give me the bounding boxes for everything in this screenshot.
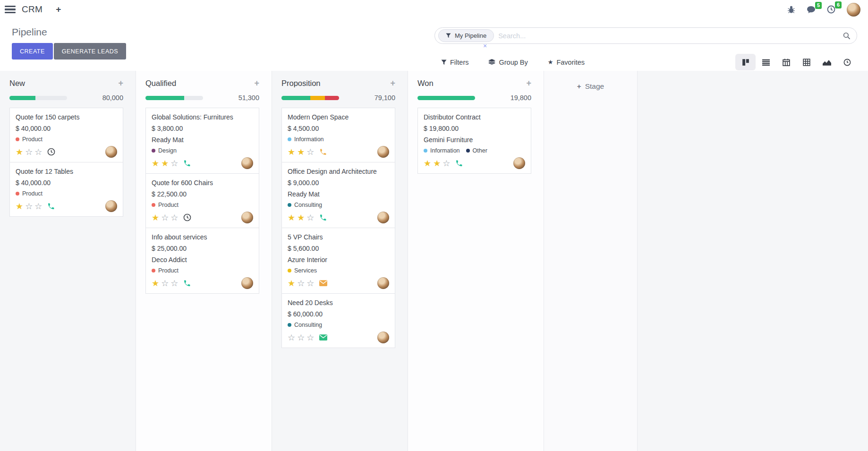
progress-segment[interactable]: [310, 96, 325, 100]
star-filled-icon[interactable]: ★: [288, 279, 295, 288]
star-filled-icon[interactable]: ★: [16, 148, 23, 156]
favorites-button[interactable]: ★ Favorites: [548, 59, 585, 66]
messages-button[interactable]: 5: [807, 6, 816, 14]
star-empty-icon[interactable]: ☆: [297, 279, 305, 288]
kanban-card[interactable]: Quote for 12 Tables $ 40,000.00 Product …: [9, 162, 123, 217]
progress-segment[interactable]: [281, 96, 310, 100]
search-bar[interactable]: My Pipeline: [434, 27, 857, 44]
star-filled-icon[interactable]: ★: [288, 213, 295, 222]
view-kanban-button[interactable]: [735, 54, 756, 70]
envelope-activity-icon[interactable]: [319, 280, 327, 286]
star-empty-icon[interactable]: ☆: [170, 213, 178, 222]
view-pivot-button[interactable]: [796, 54, 817, 70]
star-empty-icon[interactable]: ☆: [34, 148, 42, 156]
salesperson-avatar[interactable]: [241, 277, 253, 289]
star-empty-icon[interactable]: ☆: [306, 333, 314, 342]
phone-activity-icon[interactable]: [47, 203, 55, 210]
view-calendar-button[interactable]: [776, 54, 796, 70]
column-progress-bar[interactable]: [9, 96, 67, 100]
add-record-icon[interactable]: +: [390, 79, 395, 87]
kanban-card[interactable]: Quote for 150 carpets $ 40,000.00 Produc…: [9, 108, 123, 162]
card-amount: $ 40,000.00: [16, 179, 117, 187]
filters-button[interactable]: Filters: [441, 59, 468, 66]
view-graph-button[interactable]: [817, 54, 837, 70]
bug-icon[interactable]: [787, 6, 795, 14]
star-filled-icon[interactable]: ★: [152, 279, 159, 288]
clock-activity-icon[interactable]: [47, 148, 55, 156]
progress-segment[interactable]: [145, 96, 184, 100]
salesperson-avatar[interactable]: [377, 332, 389, 343]
phone-activity-icon[interactable]: [455, 160, 463, 167]
salesperson-avatar[interactable]: [241, 212, 253, 223]
clock-activity-icon[interactable]: [183, 213, 191, 221]
star-empty-icon[interactable]: ☆: [288, 333, 295, 342]
create-button[interactable]: CREATE: [12, 43, 53, 60]
star-empty-icon[interactable]: ☆: [170, 279, 178, 288]
salesperson-avatar[interactable]: [377, 277, 389, 289]
star-filled-icon[interactable]: ★: [288, 148, 295, 156]
star-filled-icon[interactable]: ★: [152, 213, 159, 222]
view-list-button[interactable]: [756, 54, 776, 70]
salesperson-avatar[interactable]: [513, 157, 525, 169]
phone-activity-icon[interactable]: [319, 148, 327, 156]
generate-leads-button[interactable]: GENERATE LEADS: [54, 43, 126, 60]
kanban-card[interactable]: Office Design and Architecture $ 9,000.0…: [281, 162, 395, 228]
progress-segment[interactable]: [9, 96, 35, 100]
salesperson-avatar[interactable]: [377, 212, 389, 223]
progress-segment[interactable]: [325, 96, 340, 100]
star-filled-icon[interactable]: ★: [424, 159, 431, 168]
star-empty-icon[interactable]: ☆: [443, 159, 450, 168]
star-filled-icon[interactable]: ★: [433, 159, 441, 168]
star-filled-icon[interactable]: ★: [16, 202, 23, 211]
star-empty-icon[interactable]: ☆: [25, 202, 33, 211]
user-avatar[interactable]: [847, 3, 860, 17]
apps-menu-icon[interactable]: [5, 6, 16, 13]
activities-button[interactable]: 6: [827, 5, 835, 14]
add-stage-column[interactable]: + Stage: [544, 71, 638, 451]
kanban-card[interactable]: Modern Open Space $ 4,500.00 Information…: [281, 108, 395, 162]
star-filled-icon[interactable]: ★: [161, 159, 169, 168]
column-progress-bar[interactable]: [145, 96, 203, 100]
kanban-card[interactable]: Quote for 600 Chairs $ 22,500.00 Product…: [145, 173, 259, 228]
search-facet-my-pipeline[interactable]: My Pipeline: [438, 29, 494, 42]
add-record-icon[interactable]: +: [254, 79, 259, 87]
star-empty-icon[interactable]: ☆: [297, 333, 305, 342]
star-empty-icon[interactable]: ☆: [25, 148, 33, 156]
star-filled-icon[interactable]: ★: [152, 159, 159, 168]
salesperson-avatar[interactable]: [105, 146, 117, 158]
search-icon[interactable]: [843, 32, 851, 40]
add-record-icon[interactable]: +: [526, 79, 531, 87]
kanban-card[interactable]: 5 VP Chairs $ 5,600.00 Azure Interior Se…: [281, 228, 395, 294]
group-by-button[interactable]: Group By: [488, 59, 528, 66]
star-empty-icon[interactable]: ☆: [161, 279, 169, 288]
column-progress-bar[interactable]: [417, 96, 475, 100]
salesperson-avatar[interactable]: [105, 200, 117, 212]
app-name[interactable]: CRM: [22, 4, 43, 15]
star-empty-icon[interactable]: ☆: [170, 159, 178, 168]
add-record-icon[interactable]: +: [118, 79, 123, 87]
star-filled-icon[interactable]: ★: [297, 148, 305, 156]
salesperson-avatar[interactable]: [377, 146, 389, 158]
card-title: Distributor Contract: [424, 113, 525, 121]
phone-activity-icon[interactable]: [183, 160, 191, 167]
facet-remove-icon[interactable]: ×: [483, 43, 487, 49]
add-icon[interactable]: +: [56, 4, 61, 15]
star-empty-icon[interactable]: ☆: [306, 279, 314, 288]
column-progress-bar[interactable]: [281, 96, 339, 100]
kanban-card[interactable]: Global Solutions: Furnitures $ 3,800.00 …: [145, 108, 259, 174]
salesperson-avatar[interactable]: [241, 157, 253, 169]
star-empty-icon[interactable]: ☆: [306, 213, 314, 222]
star-empty-icon[interactable]: ☆: [161, 213, 169, 222]
view-activity-button[interactable]: [837, 54, 857, 70]
phone-activity-icon[interactable]: [319, 214, 327, 221]
phone-activity-icon[interactable]: [183, 280, 191, 287]
kanban-card[interactable]: Need 20 Desks $ 60,000.00 Consulting ☆☆☆: [281, 293, 395, 348]
search-input[interactable]: [498, 32, 843, 40]
star-filled-icon[interactable]: ★: [297, 213, 305, 222]
envelope-activity-icon[interactable]: [319, 334, 327, 340]
progress-segment[interactable]: [417, 96, 475, 100]
kanban-card[interactable]: Info about services $ 25,000.00 Deco Add…: [145, 228, 259, 294]
kanban-card[interactable]: Distributor Contract $ 19,800.00 Gemini …: [417, 108, 531, 174]
star-empty-icon[interactable]: ☆: [34, 202, 42, 211]
star-empty-icon[interactable]: ☆: [306, 148, 314, 156]
